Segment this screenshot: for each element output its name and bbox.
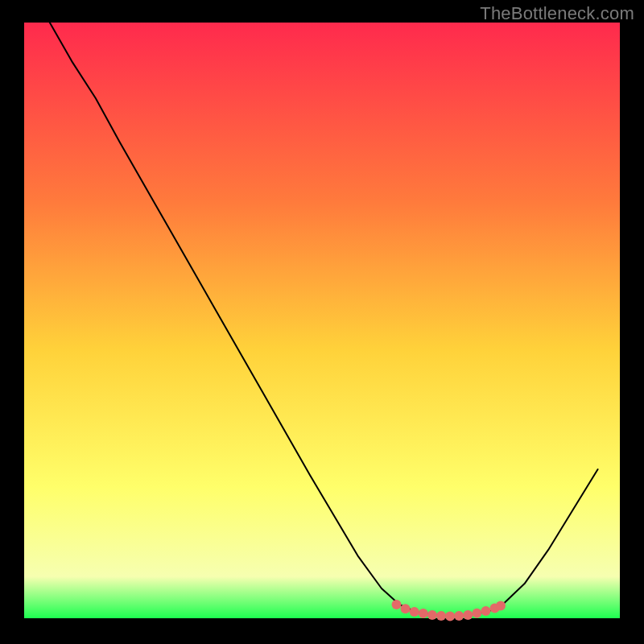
minimum-marker: [472, 609, 481, 618]
minimum-marker: [392, 600, 402, 609]
minimum-marker: [481, 606, 491, 616]
chart-container: TheBottleneck.com: [0, 0, 644, 644]
minimum-marker: [445, 611, 455, 621]
watermark: TheBottleneck.com: [480, 3, 634, 24]
minimum-marker: [496, 601, 506, 611]
gradient-background: [24, 23, 620, 618]
minimum-marker: [410, 607, 419, 617]
minimum-marker: [454, 611, 464, 621]
minimum-marker: [463, 610, 473, 620]
minimum-marker: [419, 609, 428, 618]
minimum-marker: [401, 604, 411, 613]
minimum-marker: [427, 610, 437, 620]
minimum-marker: [436, 611, 446, 621]
bottleneck-chart: [0, 0, 644, 644]
